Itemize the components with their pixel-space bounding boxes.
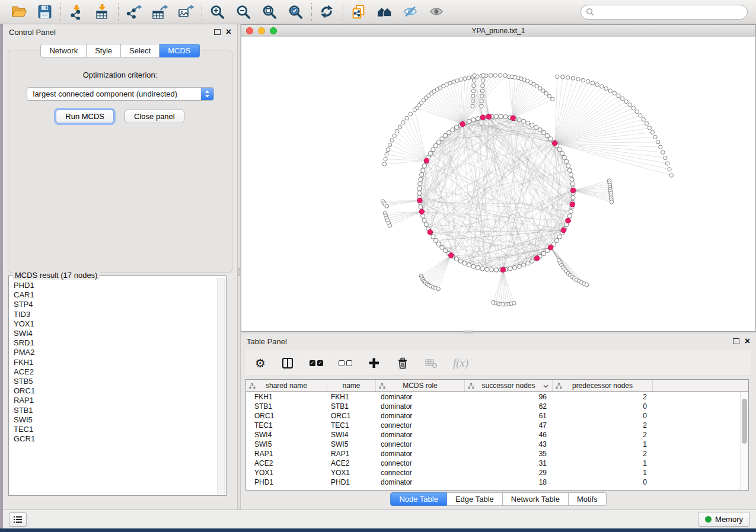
table-row[interactable]: ORC1ORC1dominator610 <box>246 411 748 421</box>
checked-box-icon: ✓ <box>310 360 315 366</box>
shared-column-icon <box>249 383 256 389</box>
shared-column-icon <box>468 383 474 389</box>
mcds-scrollbar[interactable] <box>217 278 225 493</box>
eye-button[interactable] <box>428 2 446 21</box>
close-panel-icon[interactable]: × <box>226 28 231 36</box>
table-row[interactable]: SWI4SWI4dominator462 <box>246 430 748 440</box>
float-panel-icon[interactable] <box>733 338 739 344</box>
select-all-button[interactable]: ✓✓ <box>310 360 323 366</box>
table-row[interactable]: SWI5SWI5connector431 <box>246 440 748 449</box>
tab-edge-table[interactable]: Edge Table <box>447 492 503 506</box>
import-table-button[interactable] <box>93 2 112 21</box>
mcds-result-item[interactable]: PHD1 <box>14 281 218 290</box>
tab-select[interactable]: Select <box>121 44 160 57</box>
table-cell: 2 <box>553 421 653 430</box>
save-button[interactable] <box>36 2 55 21</box>
mcds-result-item[interactable]: SRD1 <box>14 338 218 348</box>
network-graph[interactable] <box>241 37 755 331</box>
table-row[interactable]: RAP1RAP1dominator352 <box>246 449 748 459</box>
delete-row-button[interactable] <box>396 357 409 370</box>
mcds-result-item[interactable]: STB5 <box>14 377 218 386</box>
mcds-result-item[interactable]: TID3 <box>14 310 218 319</box>
table-panel-title: Table Panel <box>247 337 287 346</box>
table-cell: 2 <box>553 431 653 439</box>
column-header-shared-name[interactable]: shared name <box>246 380 327 392</box>
table-cell: dominator <box>376 478 465 486</box>
gear-button[interactable]: ⚙ <box>255 357 266 369</box>
optimization-criterion-value: largest connected component (undirected) <box>27 89 201 98</box>
network-window-title: YPA_prune.txt_1 <box>241 27 755 35</box>
table-row[interactable]: STB1STB1dominator620 <box>246 402 748 411</box>
close-panel-icon[interactable]: × <box>745 338 750 345</box>
import-network-button[interactable] <box>67 2 86 21</box>
table-cell: PHD1 <box>327 478 376 486</box>
mcds-result-item[interactable]: STP4 <box>14 300 218 309</box>
mcds-result-item[interactable]: GCR1 <box>14 434 218 444</box>
eye-icon <box>429 4 445 20</box>
tab-mcds[interactable]: MCDS <box>160 44 199 57</box>
columns-button[interactable] <box>281 357 294 370</box>
table-cell: dominator <box>376 402 465 411</box>
import-table-icon <box>94 4 111 20</box>
mcds-result-item[interactable]: YOX1 <box>14 319 218 329</box>
node-table: shared namenameMCDS rolesuccessor nodesp… <box>245 379 749 491</box>
mcds-result-item[interactable]: STB1 <box>14 406 218 415</box>
tab-motifs[interactable]: Motifs <box>569 492 607 506</box>
search-input[interactable] <box>598 7 742 17</box>
table-row[interactable]: TEC1TEC1connector472 <box>246 421 748 430</box>
memory-button[interactable]: Memory <box>698 512 750 527</box>
tab-node-table[interactable]: Node Table <box>390 492 447 506</box>
network-titlebar[interactable]: YPA_prune.txt_1 <box>241 25 755 37</box>
column-header-name[interactable]: name <box>327 380 376 392</box>
mcds-result-list: PHD1CAR1STP4TID3YOX1SWI4SRD1PMA2FKH1ACE2… <box>9 281 218 494</box>
table-row[interactable]: ACE2ACE2connector311 <box>246 459 748 468</box>
tab-network-table[interactable]: Network Table <box>503 492 569 506</box>
refresh-button[interactable] <box>318 2 337 21</box>
zoom-fit-button[interactable] <box>260 2 279 21</box>
close-panel-button[interactable]: Close panel <box>125 110 184 123</box>
deselect-all-button[interactable] <box>339 360 352 366</box>
export-network-button[interactable] <box>125 2 143 21</box>
table-cell: dominator <box>376 450 465 458</box>
zoom-out-icon <box>235 4 252 20</box>
zoom-in-button[interactable] <box>208 2 227 21</box>
float-panel-icon[interactable] <box>214 29 221 35</box>
mcds-result-item[interactable]: RAP1 <box>14 396 218 405</box>
table-body: FKH1FKH1dominator962STB1STB1dominator620… <box>246 392 748 487</box>
table-scrollbar[interactable] <box>740 392 748 490</box>
column-header-MCDS-role[interactable]: MCDS role <box>376 380 465 392</box>
task-history-button[interactable] <box>9 512 27 527</box>
eye-slash-button[interactable] <box>401 2 420 21</box>
sort-desc-icon <box>543 384 548 388</box>
table-row[interactable]: YOX1YOX1connector291 <box>246 468 748 477</box>
table-cell: RAP1 <box>246 450 327 458</box>
zoom-selected-button[interactable] <box>286 2 305 21</box>
column-header-successor-nodes[interactable]: successor nodes <box>465 380 553 392</box>
column-header-predecessor-nodes[interactable]: predecessor nodes <box>553 380 653 392</box>
table-scrollbar-thumb[interactable] <box>742 399 747 444</box>
table-row[interactable]: FKH1FKH1dominator962 <box>246 392 748 402</box>
mcds-result-item[interactable]: FKH1 <box>14 358 218 367</box>
mcds-result-item[interactable]: ORC1 <box>14 386 218 396</box>
mcds-result-item[interactable]: SWI4 <box>14 329 218 338</box>
zoom-out-button[interactable] <box>234 2 253 21</box>
mcds-result-item[interactable]: CAR1 <box>14 290 218 300</box>
table-row[interactable]: PHD1PHD1dominator180 <box>246 477 748 487</box>
houses-button[interactable] <box>375 2 394 21</box>
mcds-result-item[interactable]: SWI5 <box>14 415 218 425</box>
mcds-result-item[interactable]: TEC1 <box>14 425 218 434</box>
folder-open-button[interactable] <box>9 2 28 21</box>
duplicate-network-button[interactable] <box>349 2 368 21</box>
mcds-result-item[interactable]: PMA2 <box>14 348 218 357</box>
network-canvas[interactable] <box>241 37 755 331</box>
tab-style[interactable]: Style <box>87 44 121 57</box>
run-mcds-button[interactable]: Run MCDS <box>56 110 114 123</box>
add-row-button[interactable] <box>368 357 381 370</box>
search-box <box>580 5 748 20</box>
optimization-criterion-select[interactable]: largest connected component (undirected) <box>27 87 214 101</box>
export-image-button[interactable] <box>177 2 196 21</box>
tab-network[interactable]: Network <box>40 44 87 57</box>
export-table-button[interactable] <box>151 2 170 21</box>
table-cell: ORC1 <box>327 412 376 420</box>
mcds-result-item[interactable]: ACE2 <box>14 367 218 377</box>
